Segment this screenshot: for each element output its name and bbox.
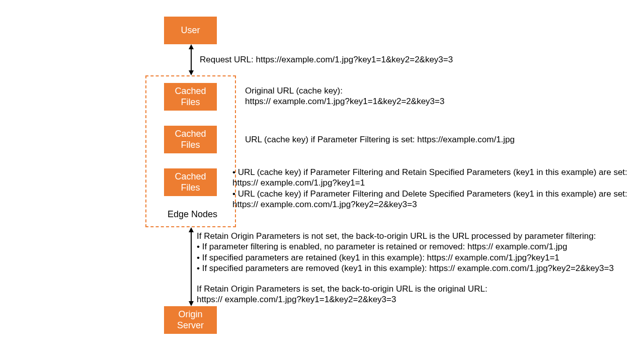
origin2-line1: If Retain Origin Parameters is set, the … — [197, 284, 488, 294]
origin-server-label: Origin Server — [177, 309, 204, 331]
cache1-text: Original URL (cache key): https:// examp… — [245, 85, 444, 107]
request-url-value: Request URL: https://example.com/1.jpg?k… — [200, 55, 453, 64]
cache3-line2: https:// example.com/1.jpg?key1=1 — [232, 177, 627, 188]
user-box: User — [164, 17, 217, 44]
origin-text-1: If Retain Origin Parameters is not set, … — [197, 231, 614, 274]
cached-files-box-3: Cached Files — [164, 168, 217, 196]
request-url-text: Request URL: https://example.com/1.jpg?k… — [200, 54, 453, 65]
edge-nodes-label: Edge Nodes — [168, 209, 217, 220]
cache3-line4: https:// example.com.com/1.jpg?key2=2&ke… — [232, 199, 627, 210]
cached-files-label-1: Cached Files — [175, 86, 206, 108]
arrow-user-edge — [189, 44, 194, 75]
cached-files-label-2: Cached Files — [175, 129, 206, 150]
arrow-edge-origin — [189, 227, 194, 306]
origin1-line4: • If specified parameters are removed (k… — [197, 263, 614, 274]
cache1-line2: https:// example.com/1.jpg?key1=1&key2=2… — [245, 96, 444, 107]
cache3-text: • URL (cache key) if Parameter Filtering… — [232, 167, 627, 210]
origin2-line2: https:// example.com/1.jpg?key1=1&key2=2… — [197, 294, 488, 305]
user-label: User — [181, 25, 200, 36]
origin1-line3: • If specified parameters are retained (… — [197, 252, 614, 263]
origin-text-2: If Retain Origin Parameters is set, the … — [197, 284, 488, 305]
origin-server-box: Origin Server — [164, 306, 217, 334]
cache2-text: URL (cache key) if Parameter Filtering i… — [245, 134, 515, 145]
cached-files-box-2: Cached Files — [164, 126, 217, 153]
origin1-line1: If Retain Origin Parameters is not set, … — [197, 231, 614, 241]
cache1-line1: Original URL (cache key): — [245, 85, 444, 96]
cache3-line3: • URL (cache key) if Parameter Filtering… — [232, 189, 627, 199]
cached-files-label-3: Cached Files — [175, 171, 206, 193]
origin1-line2: • If parameter filtering is enabled, no … — [197, 241, 614, 252]
cached-files-box-1: Cached Files — [164, 83, 217, 111]
cache2-line: URL (cache key) if Parameter Filtering i… — [245, 135, 515, 144]
cache3-line1: • URL (cache key) if Parameter Filtering… — [232, 167, 627, 177]
